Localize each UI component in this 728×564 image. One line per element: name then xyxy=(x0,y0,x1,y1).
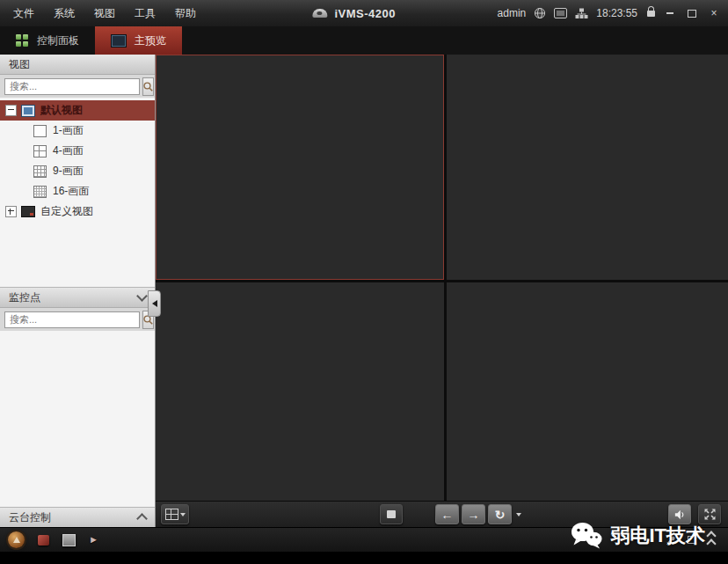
main-preview-icon xyxy=(111,34,127,48)
tree-item-layout-1[interactable]: 1-画面 xyxy=(0,121,155,141)
speaker-icon xyxy=(674,509,685,520)
picture-icon[interactable] xyxy=(62,534,76,546)
view-search-button[interactable] xyxy=(142,77,154,96)
tree-item-default-view[interactable]: 默认视图 xyxy=(0,100,155,121)
previous-page-button[interactable]: ← xyxy=(435,504,459,524)
layout-16-icon xyxy=(33,186,47,198)
menu-file[interactable]: 文件 xyxy=(4,6,44,21)
app-title: iVMS-4200 xyxy=(334,7,396,20)
alarm-log-icon[interactable] xyxy=(38,535,49,546)
watermark: 弱电IT技术 xyxy=(571,522,705,549)
menu-view[interactable]: 视图 xyxy=(84,6,125,21)
bottom-border xyxy=(0,552,728,564)
menu-help[interactable]: 帮助 xyxy=(165,6,206,21)
expand-expander-icon[interactable] xyxy=(5,206,17,217)
chevron-down-icon xyxy=(516,513,521,516)
ivms-4200-window: 文件 系统 视图 工具 帮助 iVMS-4200 admin 18:23:55 xyxy=(0,0,728,564)
tree-item-label: 16-画面 xyxy=(53,184,89,199)
ptz-panel-header[interactable]: 云台控制 xyxy=(0,508,155,528)
app-title-group: iVMS-4200 xyxy=(312,7,396,20)
tree-item-label: 9-画面 xyxy=(53,164,84,179)
alarm-event-icon[interactable] xyxy=(8,531,25,548)
titlebar: 文件 系统 视图 工具 帮助 iVMS-4200 admin 18:23:55 xyxy=(0,0,728,26)
tab-control-panel[interactable]: 控制面板 xyxy=(0,26,95,55)
screen-division-icon xyxy=(165,509,178,520)
layout-9-icon xyxy=(33,165,47,178)
watermark-text: 弱电IT技术 xyxy=(610,523,705,549)
camera-panel-title: 监控点 xyxy=(9,290,40,305)
menubar: 文件 系统 视图 工具 帮助 xyxy=(0,6,206,21)
stop-all-button[interactable] xyxy=(380,504,403,524)
screen-division-button[interactable] xyxy=(161,504,189,524)
tree-item-layout-4[interactable]: 4-画面 xyxy=(0,141,155,161)
menu-tools[interactable]: 工具 xyxy=(125,6,165,21)
view-panel-title: 视图 xyxy=(9,57,30,72)
view-search-row xyxy=(0,75,155,98)
arrow-right-icon: → xyxy=(468,509,480,521)
collapse-chevrons-icon[interactable] xyxy=(708,532,715,547)
camera-search-row xyxy=(0,308,155,331)
video-grid xyxy=(156,55,728,501)
camera-icon xyxy=(312,9,327,18)
view-panel-header: 视图 xyxy=(0,55,155,75)
warning-triangle-icon xyxy=(13,537,20,543)
view-tree: 默认视图 1-画面 4-画面 9-画面 16-画面 自定义视图 xyxy=(0,98,155,288)
tree-item-label: 默认视图 xyxy=(40,103,83,118)
sidebar: 视图 默认视图 1-画面 4-画面 9-画面 xyxy=(0,55,156,528)
tab-main-preview[interactable]: 主预览 xyxy=(95,26,182,55)
minimize-button[interactable] xyxy=(663,7,677,19)
close-button[interactable]: × xyxy=(707,7,721,19)
view-search-input[interactable] xyxy=(4,78,140,95)
custom-view-icon xyxy=(21,206,35,217)
fullscreen-icon xyxy=(704,509,716,520)
sidebar-collapse-handle[interactable] xyxy=(148,290,161,317)
video-pane-2[interactable] xyxy=(447,55,728,280)
tree-item-layout-9[interactable]: 9-画面 xyxy=(0,161,155,181)
refresh-icon: ↻ xyxy=(495,509,506,521)
logged-in-user: admin xyxy=(498,7,527,19)
wechat-logo-icon xyxy=(571,522,602,549)
default-view-icon xyxy=(21,105,35,117)
camera-panel-header[interactable]: 监控点 xyxy=(0,288,155,308)
auto-switch-dropdown[interactable] xyxy=(513,504,524,524)
chevron-down-icon xyxy=(180,513,186,516)
chevron-down-icon xyxy=(136,290,148,302)
camera-list-empty-area xyxy=(0,331,155,508)
maximize-button[interactable] xyxy=(685,7,699,19)
screen-status-icon[interactable] xyxy=(554,8,567,18)
stop-icon xyxy=(387,510,396,518)
arrow-left-icon: ← xyxy=(441,509,454,521)
camera-search-input[interactable] xyxy=(4,311,140,328)
layout-4-icon xyxy=(33,145,47,157)
auto-switch-button[interactable]: ↻ xyxy=(488,504,512,524)
tab-control-panel-label: 控制面板 xyxy=(37,33,79,48)
video-pane-4[interactable] xyxy=(447,282,728,501)
live-view-area: ← → ↻ xyxy=(156,55,728,528)
control-panel-icon xyxy=(16,34,29,48)
tree-item-custom-view[interactable]: 自定义视图 xyxy=(0,201,155,222)
lock-icon[interactable] xyxy=(647,11,655,17)
collapse-left-arrow-icon xyxy=(152,300,157,307)
network-status-icon[interactable] xyxy=(575,8,588,19)
tab-main-preview-label: 主预览 xyxy=(135,33,166,48)
layout-1-icon xyxy=(33,125,47,137)
tree-item-layout-16[interactable]: 16-画面 xyxy=(0,181,155,201)
collapse-expander-icon[interactable] xyxy=(5,105,17,116)
tree-item-label: 自定义视图 xyxy=(40,204,93,219)
menu-system[interactable]: 系统 xyxy=(44,6,84,21)
next-page-button[interactable]: → xyxy=(462,504,485,524)
tabbar: 控制面板 主预览 xyxy=(0,26,728,55)
arrow-status-icon[interactable]: ► xyxy=(89,535,98,545)
tree-item-label: 4-画面 xyxy=(53,143,84,158)
video-pane-1[interactable] xyxy=(156,55,444,280)
clock: 18:23:55 xyxy=(596,7,637,19)
search-icon xyxy=(143,82,153,92)
ptz-panel-title: 云台控制 xyxy=(9,510,51,525)
tree-item-label: 1-画面 xyxy=(53,123,84,138)
video-pane-3[interactable] xyxy=(156,282,444,501)
chevron-up-icon xyxy=(136,513,148,524)
globe-icon[interactable] xyxy=(534,7,546,19)
